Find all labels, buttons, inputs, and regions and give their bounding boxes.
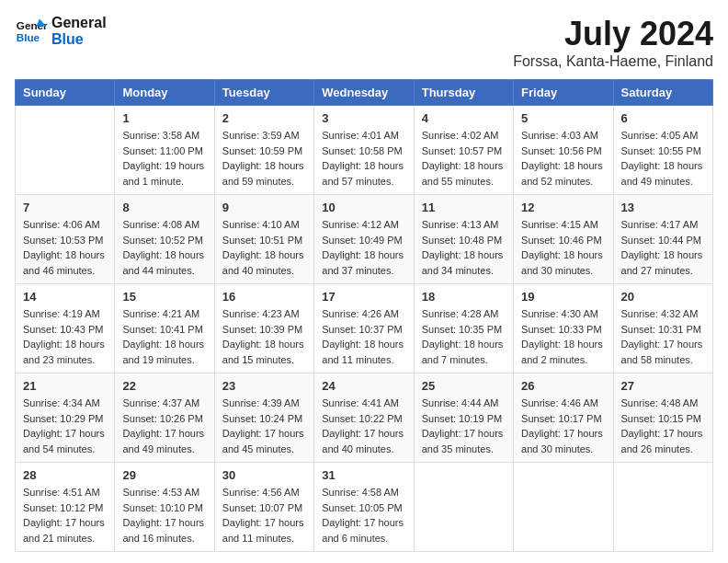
day-info-line: Daylight: 17 hours and 30 minutes.	[521, 426, 605, 456]
calendar-cell	[613, 463, 712, 552]
day-number: 2	[222, 111, 306, 125]
day-number: 16	[222, 290, 306, 304]
weekday-header-monday: Monday	[115, 80, 214, 106]
day-info-line: Sunset: 11:00 PM	[122, 144, 206, 159]
calendar-cell: 29Sunrise: 4:53 AMSunset: 10:10 PMDaylig…	[115, 463, 214, 552]
calendar-cell: 22Sunrise: 4:37 AMSunset: 10:26 PMDaylig…	[115, 373, 214, 463]
day-info-line: Daylight: 17 hours and 58 minutes.	[621, 337, 705, 367]
day-number: 24	[322, 379, 405, 393]
day-info-line: Daylight: 17 hours and 45 minutes.	[222, 426, 306, 456]
day-info-line: Sunset: 10:26 PM	[122, 411, 206, 427]
day-info-line: Sunrise: 4:44 AM	[422, 396, 506, 411]
day-number: 6	[621, 111, 705, 125]
calendar-cell: 5Sunrise: 4:03 AMSunset: 10:56 PMDayligh…	[514, 106, 613, 195]
weekday-header-sunday: Sunday	[16, 80, 115, 106]
logo-general: General	[51, 15, 107, 31]
day-info-line: Sunset: 10:05 PM	[322, 500, 405, 516]
day-info-line: Sunrise: 4:28 AM	[422, 306, 506, 322]
day-info: Sunrise: 3:58 AMSunset: 11:00 PMDaylight…	[122, 128, 206, 189]
day-info: Sunrise: 4:19 AMSunset: 10:43 PMDaylight…	[23, 306, 107, 367]
day-info-line: Sunset: 10:24 PM	[222, 411, 306, 427]
day-info-line: Daylight: 18 hours and 11 minutes.	[322, 337, 405, 367]
day-info: Sunrise: 4:05 AMSunset: 10:55 PMDaylight…	[621, 128, 705, 189]
day-info-line: Sunset: 10:33 PM	[521, 322, 605, 338]
day-info-line: Sunset: 10:22 PM	[322, 411, 405, 427]
calendar-cell: 8Sunrise: 4:08 AMSunset: 10:52 PMDayligh…	[115, 195, 214, 284]
calendar-cell: 16Sunrise: 4:23 AMSunset: 10:39 PMDaylig…	[214, 284, 313, 373]
day-info-line: Sunset: 10:17 PM	[521, 411, 605, 427]
day-info-line: Daylight: 18 hours and 59 minutes.	[222, 158, 306, 189]
day-info-line: Sunset: 10:48 PM	[422, 233, 506, 248]
day-info-line: Sunset: 10:43 PM	[23, 322, 107, 338]
day-info-line: Sunrise: 4:53 AM	[122, 485, 206, 500]
day-info-line: Sunrise: 3:58 AM	[122, 128, 206, 144]
location-subtitle: Forssa, Kanta-Haeme, Finland	[513, 53, 713, 70]
day-info-line: Sunrise: 4:46 AM	[521, 396, 605, 411]
day-info: Sunrise: 4:48 AMSunset: 10:15 PMDaylight…	[621, 396, 705, 456]
calendar-cell: 25Sunrise: 4:44 AMSunset: 10:19 PMDaylig…	[414, 373, 513, 463]
day-info-line: Sunrise: 4:01 AM	[322, 128, 405, 144]
day-number: 15	[122, 290, 206, 304]
day-number: 19	[521, 290, 605, 304]
day-info-line: Sunrise: 4:06 AM	[23, 217, 107, 233]
calendar-week-row: 21Sunrise: 4:34 AMSunset: 10:29 PMDaylig…	[16, 373, 713, 463]
day-info-line: Sunset: 10:58 PM	[322, 144, 405, 159]
day-number: 20	[621, 290, 705, 304]
day-info-line: Sunrise: 4:05 AM	[621, 128, 705, 144]
day-info-line: Sunrise: 4:03 AM	[521, 128, 605, 144]
day-info: Sunrise: 4:08 AMSunset: 10:52 PMDaylight…	[122, 217, 206, 278]
day-info: Sunrise: 4:15 AMSunset: 10:46 PMDaylight…	[521, 217, 605, 278]
day-info: Sunrise: 4:58 AMSunset: 10:05 PMDaylight…	[322, 485, 405, 546]
day-info-line: Sunrise: 4:41 AM	[322, 396, 405, 411]
day-info: Sunrise: 4:03 AMSunset: 10:56 PMDaylight…	[521, 128, 605, 189]
month-year-title: July 2024	[513, 15, 713, 53]
day-info: Sunrise: 4:26 AMSunset: 10:37 PMDaylight…	[322, 306, 405, 367]
day-number: 28	[23, 468, 107, 482]
day-info-line: Sunset: 10:53 PM	[23, 233, 107, 248]
day-info-line: Sunrise: 4:19 AM	[23, 306, 107, 322]
day-info: Sunrise: 4:41 AMSunset: 10:22 PMDaylight…	[322, 396, 405, 456]
day-info-line: Sunset: 10:52 PM	[122, 233, 206, 248]
calendar-cell: 13Sunrise: 4:17 AMSunset: 10:44 PMDaylig…	[613, 195, 712, 284]
day-info: Sunrise: 4:12 AMSunset: 10:49 PMDaylight…	[322, 217, 405, 278]
day-info-line: Sunrise: 4:37 AM	[122, 396, 206, 411]
day-info: Sunrise: 4:10 AMSunset: 10:51 PMDaylight…	[222, 217, 306, 278]
day-number: 5	[521, 111, 605, 125]
day-info-line: Daylight: 17 hours and 49 minutes.	[122, 426, 206, 456]
day-number: 18	[422, 290, 506, 304]
calendar-cell	[414, 463, 513, 552]
calendar-cell: 30Sunrise: 4:56 AMSunset: 10:07 PMDaylig…	[214, 463, 313, 552]
day-info: Sunrise: 4:01 AMSunset: 10:58 PMDaylight…	[322, 128, 405, 189]
day-number: 27	[621, 379, 705, 393]
calendar-cell: 31Sunrise: 4:58 AMSunset: 10:05 PMDaylig…	[314, 463, 414, 552]
weekday-header-friday: Friday	[514, 80, 613, 106]
day-info-line: Sunset: 10:44 PM	[621, 233, 705, 248]
day-info-line: Sunset: 10:46 PM	[521, 233, 605, 248]
day-info-line: Sunrise: 3:59 AM	[222, 128, 306, 144]
day-info-line: Daylight: 18 hours and 55 minutes.	[422, 158, 506, 189]
day-info-line: Sunrise: 4:58 AM	[322, 485, 405, 500]
day-number: 14	[23, 290, 107, 304]
day-info-line: Sunset: 10:59 PM	[222, 144, 306, 159]
day-info-line: Sunset: 10:56 PM	[521, 144, 605, 159]
day-info: Sunrise: 4:28 AMSunset: 10:35 PMDaylight…	[422, 306, 506, 367]
day-info-line: Daylight: 18 hours and 15 minutes.	[222, 337, 306, 367]
day-number: 11	[422, 201, 506, 214]
day-info-line: Sunset: 10:19 PM	[422, 411, 506, 427]
day-info: Sunrise: 4:06 AMSunset: 10:53 PMDaylight…	[23, 217, 107, 278]
day-info-line: Sunrise: 4:21 AM	[122, 306, 206, 322]
day-info-line: Daylight: 17 hours and 26 minutes.	[621, 426, 705, 456]
calendar-cell: 21Sunrise: 4:34 AMSunset: 10:29 PMDaylig…	[16, 373, 115, 463]
logo-icon: General Blue	[15, 15, 48, 48]
calendar-cell: 18Sunrise: 4:28 AMSunset: 10:35 PMDaylig…	[414, 284, 513, 373]
day-info-line: Daylight: 17 hours and 16 minutes.	[122, 515, 206, 546]
day-info: Sunrise: 4:02 AMSunset: 10:57 PMDaylight…	[422, 128, 506, 189]
day-info-line: Sunrise: 4:34 AM	[23, 396, 107, 411]
day-info-line: Sunrise: 4:48 AM	[621, 396, 705, 411]
day-info-line: Sunset: 10:57 PM	[422, 144, 506, 159]
weekday-header-thursday: Thursday	[414, 80, 513, 106]
day-info-line: Daylight: 17 hours and 21 minutes.	[23, 515, 107, 546]
day-info: Sunrise: 4:32 AMSunset: 10:31 PMDaylight…	[621, 306, 705, 367]
day-info-line: Daylight: 18 hours and 7 minutes.	[422, 337, 506, 367]
day-info-line: Sunrise: 4:26 AM	[322, 306, 405, 322]
